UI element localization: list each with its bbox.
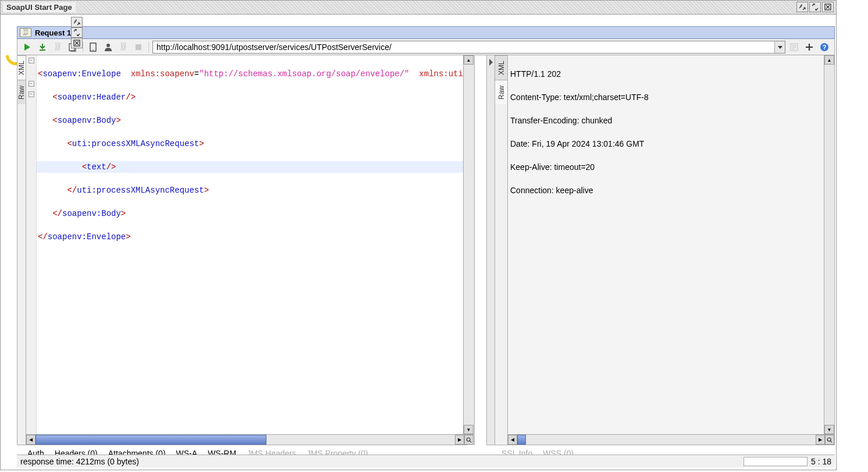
inner-minimize-icon[interactable]: [71, 17, 83, 27]
scroll-down-icon[interactable]: ▼: [464, 425, 474, 434]
close-icon[interactable]: [822, 2, 834, 12]
tablet-icon[interactable]: [87, 41, 99, 54]
search-icon[interactable]: [464, 435, 474, 445]
response-raw-view[interactable]: HTTP/1.1 202 Content-Type: text/xml;char…: [508, 55, 824, 434]
response-tab-raw[interactable]: Raw: [495, 80, 507, 104]
response-pane: XML Raw HTTP/1.1 202 Content-Type: text/…: [486, 55, 835, 445]
maximize-icon[interactable]: [809, 2, 821, 12]
soap-config-button[interactable]: SOAP: [51, 41, 64, 54]
request-tab-raw[interactable]: Raw: [17, 80, 26, 104]
request-panel: SO AP Request 1 SOAP SOAP: [17, 26, 835, 467]
search-icon[interactable]: [825, 435, 834, 445]
svg-rect-8: [136, 44, 141, 50]
scroll-down-icon[interactable]: ▼: [824, 425, 834, 434]
request-vscroll[interactable]: ▲ ▼: [463, 55, 474, 434]
scroll-up-icon[interactable]: ▲: [824, 55, 834, 65]
minimize-icon[interactable]: [796, 2, 808, 12]
fold-gutter: − − −: [26, 55, 37, 434]
svg-point-16: [827, 438, 831, 441]
outer-title: SoapUI Start Page: [3, 2, 76, 12]
scroll-left-icon[interactable]: ◀: [26, 435, 35, 445]
status-response-time: response time: 4212ms (0 bytes): [20, 457, 139, 466]
plus-icon[interactable]: [803, 41, 816, 54]
fold-toggle[interactable]: −: [29, 58, 34, 63]
inner-close-icon[interactable]: [71, 38, 83, 48]
run-button[interactable]: [21, 41, 34, 54]
status-bar: response time: 4212ms (0 bytes) 5 : 18: [17, 455, 835, 467]
inner-maximize-icon[interactable]: [71, 27, 83, 38]
scroll-up-icon[interactable]: ▲: [464, 55, 474, 65]
svg-marker-9: [778, 46, 782, 49]
response-hscroll[interactable]: ◀ ▶: [508, 434, 834, 445]
request-title-bar: SO AP Request 1: [17, 26, 835, 39]
user-icon[interactable]: [102, 41, 115, 54]
hscroll-thumb[interactable]: [35, 435, 266, 445]
status-cursor-position: 5 : 18: [811, 457, 831, 466]
url-input[interactable]: [153, 42, 774, 52]
status-progress-box: [744, 457, 807, 466]
soap-config2-button[interactable]: SOAP: [117, 41, 130, 54]
request-toolbar: SOAP SOAP ?: [17, 39, 835, 55]
url-dropdown-icon[interactable]: [774, 41, 785, 53]
add-to-testcase-button[interactable]: [36, 41, 49, 54]
svg-marker-15: [489, 59, 493, 66]
svg-point-13: [467, 438, 470, 441]
hscroll-thumb[interactable]: [517, 435, 526, 445]
request-title: Request 1: [35, 29, 71, 37]
wsdl-icon[interactable]: [788, 41, 801, 54]
svg-point-6: [93, 49, 94, 51]
request-xml-editor[interactable]: <soapenv:Envelope xmlns:soapenv="http://…: [37, 55, 463, 434]
response-vscroll[interactable]: ▲ ▼: [824, 55, 834, 434]
fold-toggle[interactable]: −: [29, 91, 34, 97]
outer-title-bar: SoapUI Start Page: [1, 1, 836, 15]
scroll-right-icon[interactable]: ▶: [455, 435, 464, 445]
fold-toggle[interactable]: −: [29, 81, 34, 87]
soap-icon: SO AP: [20, 28, 31, 37]
svg-rect-3: [40, 49, 45, 51]
response-tab-xml[interactable]: XML: [495, 55, 507, 80]
outer-frame: SoapUI Start Page SO AP Request 1 SOAP: [0, 0, 837, 470]
request-tab-xml[interactable]: XML: [17, 55, 26, 80]
scroll-left-icon[interactable]: ◀: [508, 435, 517, 445]
help-icon[interactable]: ?: [818, 41, 831, 54]
stop-button: [132, 41, 145, 54]
url-field[interactable]: [152, 41, 785, 54]
scroll-right-icon[interactable]: ▶: [816, 435, 825, 445]
request-hscroll[interactable]: ◀ ▶: [26, 434, 474, 445]
collapse-right-handle[interactable]: [487, 55, 495, 445]
svg-point-7: [106, 44, 110, 47]
svg-text:?: ?: [823, 44, 827, 51]
svg-marker-2: [24, 44, 30, 51]
request-editor-pane: XML Raw − − − <soapenv:Envelope xmlns:so…: [17, 55, 467, 445]
